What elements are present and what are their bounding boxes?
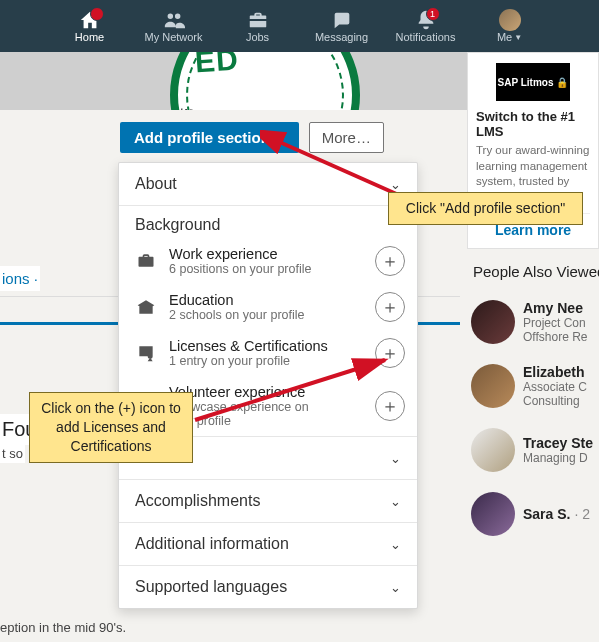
pav-person[interactable]: Amy Nee Project ConOffshore Re — [467, 294, 599, 350]
nav-notifications[interactable]: 1 Notifications — [396, 9, 456, 43]
dropdown-item-subtitle: 6 positions on your profile — [169, 262, 363, 276]
dropdown-item-title: Education — [169, 292, 363, 308]
messaging-icon — [331, 9, 353, 31]
dropdown-item-subtitle: 2 schools on your profile — [169, 308, 363, 322]
dropdown-item-title: Work experience — [169, 246, 363, 262]
ad-title: Switch to the #1 LMS — [476, 109, 590, 139]
avatar-icon — [471, 300, 515, 344]
nav-me[interactable]: Me ▼ — [480, 9, 540, 43]
dropdown-background-header: Background — [119, 206, 417, 238]
nav-messaging[interactable]: Messaging — [312, 9, 372, 43]
navbar: Home My Network Jobs Messaging 1 Notific… — [0, 0, 599, 52]
pav-person[interactable]: Tracey Ste Managing D — [467, 422, 599, 478]
nav-network[interactable]: My Network — [144, 9, 204, 43]
right-rail: SAP Litmos🔒 Switch to the #1 LMS Try our… — [467, 52, 599, 542]
avatar-icon — [471, 428, 515, 472]
badge-text: ED — [194, 52, 240, 79]
pav-name: Elizabeth — [523, 364, 587, 380]
pav-subtitle: Project ConOffshore Re — [523, 316, 587, 344]
add-volunteer-button[interactable]: ＋ — [375, 391, 405, 421]
pav-name: Sara S. · 2 — [523, 506, 590, 522]
more-button[interactable]: More… — [309, 122, 384, 153]
add-licenses-button[interactable]: ＋ — [375, 338, 405, 368]
nav-home-label: Home — [75, 31, 104, 43]
avatar-icon — [471, 492, 515, 536]
add-profile-section-button[interactable]: Add profile section ▼ — [120, 122, 299, 153]
annotation-callout: Click on the (+) icon to add Licenses an… — [29, 392, 193, 463]
add-section-dropdown: About ⌄ Background Work experience 6 pos… — [118, 162, 418, 609]
ad-logo: SAP Litmos🔒 — [496, 63, 570, 101]
briefcase-icon — [135, 250, 157, 272]
lock-icon: 🔒 — [556, 77, 568, 88]
dropdown-about[interactable]: About ⌄ — [119, 163, 417, 206]
text-fragment: eption in the mid 90's. — [0, 620, 126, 635]
pav-subtitle: Managing D — [523, 451, 593, 465]
school-icon — [135, 296, 157, 318]
pav-name: Tracey Ste — [523, 435, 593, 451]
people-icon — [163, 9, 185, 31]
add-work-button[interactable]: ＋ — [375, 246, 405, 276]
avatar-icon — [499, 9, 521, 31]
add-education-button[interactable]: ＋ — [375, 292, 405, 322]
dropdown-additional-label: Additional information — [135, 535, 289, 553]
nav-jobs-label: Jobs — [246, 31, 269, 43]
nav-home[interactable]: Home — [60, 9, 120, 43]
dropdown-item-licenses[interactable]: Licenses & Certifications 1 entry on you… — [119, 330, 417, 376]
pav-subtitle: Associate CConsulting — [523, 380, 587, 408]
nav-network-label: My Network — [144, 31, 202, 43]
dropdown-languages[interactable]: Supported languages ⌄ — [119, 565, 417, 608]
nav-messaging-label: Messaging — [315, 31, 368, 43]
chevron-down-icon: ⌄ — [390, 451, 401, 466]
dropdown-about-label: About — [135, 175, 177, 193]
dropdown-accomplishments-label: Accomplishments — [135, 492, 260, 510]
dropdown-additional[interactable]: Additional information ⌄ — [119, 522, 417, 565]
dropdown-item-title: Licenses & Certifications — [169, 338, 363, 354]
text-fragment: t so — [0, 444, 25, 463]
home-badge-icon — [90, 7, 104, 21]
dropdown-item-work[interactable]: Work experience 6 positions on your prof… — [119, 238, 417, 284]
chevron-down-icon: ⌄ — [390, 494, 401, 509]
link-fragment[interactable]: ions · — [0, 266, 40, 291]
pav-person[interactable]: Elizabeth Associate CConsulting — [467, 358, 599, 414]
add-profile-section-label: Add profile section — [134, 129, 270, 146]
dropdown-accomplishments[interactable]: Accomplishments ⌄ — [119, 479, 417, 522]
annotation-callout: Click "Add profile section" — [388, 192, 583, 225]
people-also-viewed-heading: People Also Viewed — [473, 263, 599, 280]
chevron-down-icon: ⌄ — [390, 580, 401, 595]
dropdown-languages-label: Supported languages — [135, 578, 287, 596]
nav-jobs[interactable]: Jobs — [228, 9, 288, 43]
chevron-down-icon: ⌄ — [390, 177, 401, 192]
avatar-icon — [471, 364, 515, 408]
certificate-icon — [135, 342, 157, 364]
nav-notifications-label: Notifications — [396, 31, 456, 43]
caret-down-icon: ▼ — [514, 33, 522, 42]
nav-me-label: Me — [497, 31, 512, 43]
briefcase-icon — [247, 9, 269, 31]
notifications-badge: 1 — [426, 7, 440, 21]
pav-person[interactable]: Sara S. · 2 — [467, 486, 599, 542]
dropdown-item-subtitle: Showcase experience onyour profile — [169, 400, 363, 428]
pav-name: Amy Nee — [523, 300, 587, 316]
dropdown-item-title: Volunteer experience — [169, 384, 363, 400]
dropdown-item-education[interactable]: Education 2 schools on your profile ＋ — [119, 284, 417, 330]
chevron-down-icon: ⌄ — [390, 537, 401, 552]
dropdown-item-subtitle: 1 entry on your profile — [169, 354, 363, 368]
caret-down-icon: ▼ — [276, 133, 285, 143]
